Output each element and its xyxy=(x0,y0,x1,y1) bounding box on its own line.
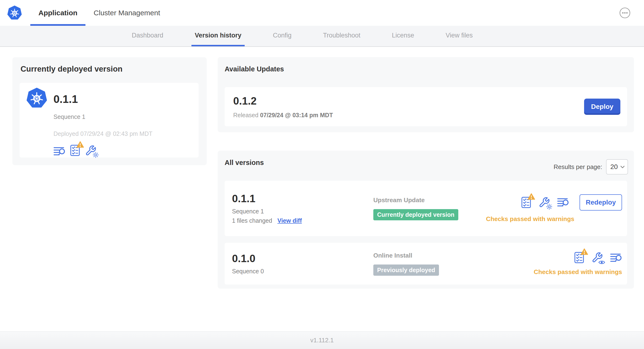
app-level-tabs: Application Cluster Management xyxy=(30,0,168,26)
more-options-button[interactable] xyxy=(620,8,630,18)
version-row-actions: Checks passed with warnings xyxy=(534,252,622,276)
deploy-button[interactable]: Deploy xyxy=(584,98,620,115)
edit-config-icon[interactable] xyxy=(85,145,96,156)
current-deployed-timestamp: Deployed 07/29/24 @ 02:43 pm MDT xyxy=(54,130,152,137)
app-nav-tabs: Dashboard Version history Config Trouble… xyxy=(128,26,501,46)
tab-cluster-management[interactable]: Cluster Management xyxy=(86,0,168,26)
tab-cluster-management-label: Cluster Management xyxy=(94,9,160,17)
current-version-number: 0.1.1 xyxy=(54,92,152,106)
warning-triangle-icon xyxy=(528,193,535,200)
update-row: 0.1.2 Released 07/29/24 @ 03:14 pm MDT D… xyxy=(224,87,627,126)
available-updates-title: Available Updates xyxy=(224,65,284,73)
view-config-icon[interactable] xyxy=(592,252,603,263)
checks-status: Checks passed with warnings xyxy=(486,215,574,223)
tab-application[interactable]: Application xyxy=(30,0,86,26)
source-label: Online Install xyxy=(373,252,534,259)
preflight-checks-icon[interactable] xyxy=(521,196,531,208)
current-version-actions xyxy=(54,144,152,156)
tab-troubleshoot[interactable]: Troubleshoot xyxy=(320,26,364,46)
release-notes-icon[interactable] xyxy=(557,197,569,208)
row-version-number: 0.1.1 xyxy=(232,193,373,204)
app-header: Application Cluster Management xyxy=(0,0,644,26)
preflight-checks-icon[interactable] xyxy=(574,252,584,264)
eye-icon xyxy=(598,260,605,265)
released-prefix: Released xyxy=(233,112,258,118)
tab-application-label: Application xyxy=(38,9,77,17)
version-row-info: 0.1.0 Sequence 0 xyxy=(232,252,373,275)
tab-view-files[interactable]: View files xyxy=(442,26,476,46)
currently-deployed-title: Currently deployed version xyxy=(20,64,122,74)
preflight-checks-icon[interactable] xyxy=(70,144,80,156)
edit-config-icon[interactable] xyxy=(538,197,550,208)
checks-status: Checks passed with warnings xyxy=(534,268,622,276)
console-version: v1.112.1 xyxy=(310,336,334,344)
warning-triangle-icon xyxy=(580,248,588,255)
release-notes-icon[interactable] xyxy=(610,252,622,263)
app-nav: Dashboard Version history Config Trouble… xyxy=(0,26,644,47)
update-released-timestamp: Released 07/29/24 @ 03:14 pm MDT xyxy=(233,112,333,119)
redeploy-button[interactable]: Redeploy xyxy=(580,194,622,210)
version-rows: 0.1.1 Sequence 1 1 files changed View di… xyxy=(224,181,627,284)
released-date: 07/29/24 @ 03:14 pm MDT xyxy=(260,112,333,118)
version-row-actions: Redeploy Checks passed with warnings xyxy=(486,194,622,223)
update-info: 0.1.2 Released 07/29/24 @ 03:14 pm MDT xyxy=(233,95,333,119)
version-row-info: 0.1.1 Sequence 1 1 files changed View di… xyxy=(232,193,373,224)
gear-icon xyxy=(546,204,552,210)
status-badge: Previously deployed xyxy=(373,264,439,276)
currently-deployed-info: 0.1.1 Sequence 1 Deployed 07/29/24 @ 02:… xyxy=(54,85,152,158)
kubernetes-app-icon xyxy=(26,88,47,108)
chevron-down-icon xyxy=(620,166,625,168)
tab-config[interactable]: Config xyxy=(270,26,295,46)
tab-license[interactable]: License xyxy=(388,26,418,46)
gear-icon xyxy=(92,152,99,158)
tab-dashboard[interactable]: Dashboard xyxy=(128,26,166,46)
row-sequence: Sequence 0 xyxy=(232,268,373,275)
update-version-number: 0.1.2 xyxy=(233,95,333,107)
version-row-source: Online Install Previously deployed xyxy=(373,252,534,276)
row-version-number: 0.1.0 xyxy=(232,252,373,264)
all-versions-title: All versions xyxy=(224,159,264,166)
kubernetes-logo-icon xyxy=(7,6,22,20)
tab-version-history[interactable]: Version history xyxy=(192,26,245,46)
source-label: Upstream Update xyxy=(373,196,486,204)
view-diff-link[interactable]: View diff xyxy=(277,217,302,224)
app-footer: v1.112.1 xyxy=(0,331,644,349)
warning-triangle-icon xyxy=(76,141,84,148)
results-per-page-value: 20 xyxy=(610,163,618,171)
available-updates-card: Available Updates 0.1.2 Released 07/29/2… xyxy=(218,57,634,132)
results-per-page-select[interactable]: 20 xyxy=(606,159,628,174)
release-notes-icon[interactable] xyxy=(54,146,66,156)
currently-deployed-card: Currently deployed version 0.1.1 S xyxy=(12,57,207,165)
version-row-0-1-0: 0.1.0 Sequence 0 Online Install Previous… xyxy=(224,243,627,284)
row-sequence: Sequence 1 xyxy=(232,208,373,215)
results-per-page: Results per page: 20 xyxy=(554,159,628,174)
version-row-0-1-1: 0.1.1 Sequence 1 1 files changed View di… xyxy=(224,181,627,236)
version-row-source: Upstream Update Currently deployed versi… xyxy=(373,196,486,220)
currently-deployed-inner: 0.1.1 Sequence 1 Deployed 07/29/24 @ 02:… xyxy=(20,83,198,158)
results-per-page-label: Results per page: xyxy=(554,163,602,171)
ellipsis-icon xyxy=(620,8,630,18)
all-versions-card: All versions Results per page: 20 0.1.1 … xyxy=(218,151,634,288)
status-badge: Currently deployed version xyxy=(373,209,458,220)
files-changed-label: 1 files changed xyxy=(232,217,272,224)
current-sequence: Sequence 1 xyxy=(54,114,152,120)
